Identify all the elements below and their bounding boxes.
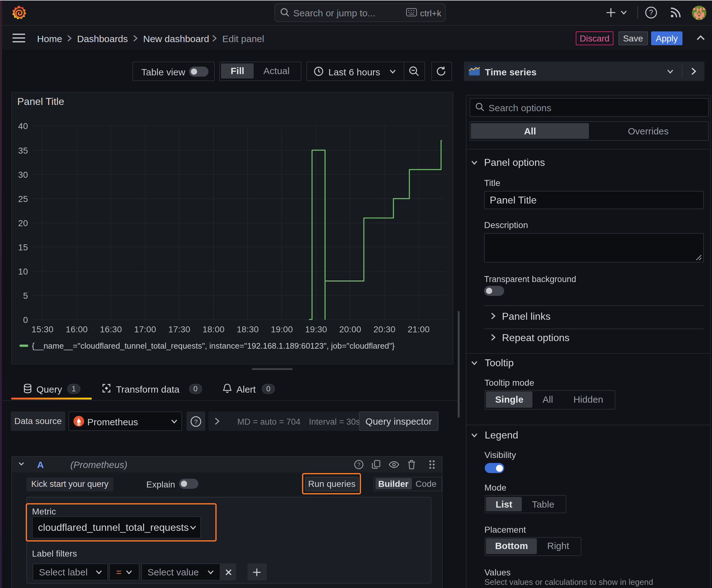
svg-text:21:00: 21:00 [408, 324, 430, 334]
svg-text:17:30: 17:30 [168, 324, 190, 334]
svg-text:0: 0 [23, 315, 28, 325]
svg-text:?: ? [357, 462, 360, 468]
svg-text:18:00: 18:00 [202, 324, 224, 334]
svg-text:{__name__="cloudflared_tunnel_: {__name__="cloudflared_tunnel_total_requ… [32, 341, 395, 350]
svg-text:10: 10 [18, 267, 28, 276]
svg-text:5: 5 [23, 291, 28, 300]
svg-text:40: 40 [18, 121, 28, 131]
svg-text:16:00: 16:00 [66, 324, 88, 334]
svg-text:19:30: 19:30 [305, 324, 327, 334]
svg-text:25: 25 [18, 194, 28, 204]
svg-text:15: 15 [18, 243, 28, 252]
svg-text:20:00: 20:00 [339, 324, 361, 334]
svg-text:20:30: 20:30 [373, 324, 395, 334]
svg-text:15:30: 15:30 [31, 324, 53, 334]
svg-text:?: ? [194, 418, 198, 425]
svg-text:18:30: 18:30 [237, 324, 259, 334]
svg-text:?: ? [649, 8, 653, 17]
svg-text:19:00: 19:00 [271, 324, 293, 334]
svg-text:35: 35 [18, 146, 28, 155]
svg-text:20: 20 [18, 218, 28, 228]
svg-text:30: 30 [18, 170, 28, 180]
svg-text:17:00: 17:00 [134, 324, 156, 334]
svg-text:16:30: 16:30 [100, 324, 122, 334]
